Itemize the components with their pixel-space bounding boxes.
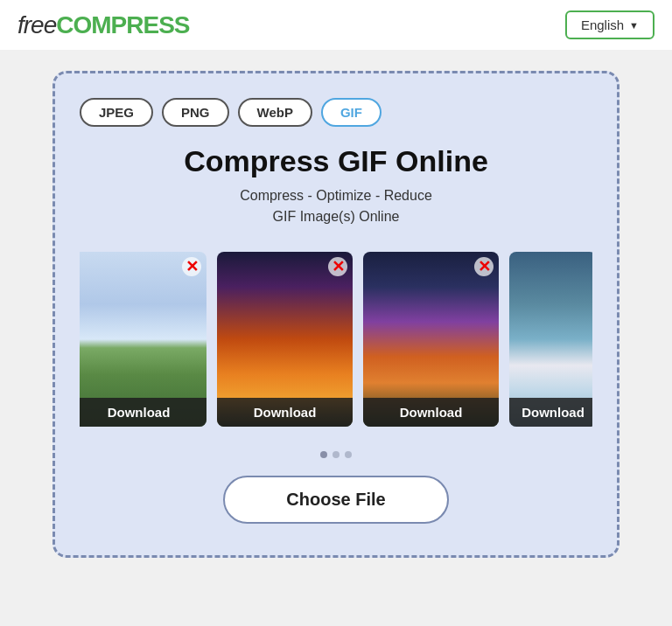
download-btn-3[interactable]: Download <box>363 398 499 427</box>
image-card-3: ✕ Download <box>363 252 499 427</box>
language-selector[interactable]: English ▼ <box>565 10 654 39</box>
download-btn-2[interactable]: Download <box>217 398 353 427</box>
compress-container: JPEG PNG WebP GIF Compress GIF Online Co… <box>52 71 620 558</box>
chevron-down-icon: ▼ <box>629 20 639 31</box>
image-card-2: ✕ Download <box>217 252 353 427</box>
scroll-dot-3[interactable] <box>345 451 352 458</box>
tab-png[interactable]: PNG <box>162 98 229 127</box>
logo: freeCOMPRESS <box>18 11 190 39</box>
close-icon-2[interactable]: ✕ <box>328 257 347 276</box>
format-tabs: JPEG PNG WebP GIF <box>80 98 592 127</box>
image-card-1: ✕ Download <box>80 252 206 427</box>
logo-free-text: free <box>18 11 56 38</box>
download-btn-4[interactable]: Download <box>509 398 592 427</box>
tab-webp[interactable]: WebP <box>238 98 312 127</box>
download-btn-1[interactable]: Download <box>80 398 206 427</box>
close-icon-3[interactable]: ✕ <box>474 257 494 276</box>
scroll-dots <box>80 451 592 458</box>
tab-gif[interactable]: GIF <box>321 98 382 127</box>
logo-compress-text: COMPRESS <box>56 11 189 38</box>
image-gallery: ✕ Download ✕ Download ✕ Download Downloa… <box>80 252 592 427</box>
page-title: Compress GIF Online <box>80 144 592 178</box>
choose-file-button[interactable]: Choose File <box>223 476 448 524</box>
compress-subtitle: Compress - Optimize - Reduce GIF Image(s… <box>80 185 592 227</box>
header: freeCOMPRESS English ▼ <box>0 0 672 50</box>
main-content: JPEG PNG WebP GIF Compress GIF Online Co… <box>0 50 672 579</box>
image-card-4: Download <box>509 252 592 427</box>
scroll-dot-2[interactable] <box>332 451 340 458</box>
language-label: English <box>581 17 624 32</box>
scroll-dot-1[interactable] <box>320 451 327 458</box>
close-icon-1[interactable]: ✕ <box>182 257 201 276</box>
tab-jpeg[interactable]: JPEG <box>80 98 153 127</box>
